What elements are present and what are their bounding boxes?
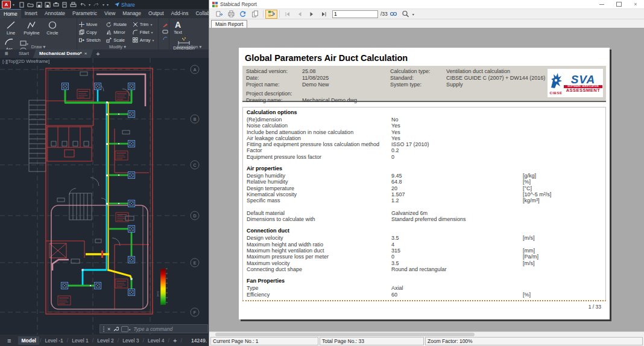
ribbon-tab-view[interactable]: View <box>101 9 119 18</box>
param-unit <box>523 204 602 210</box>
array-icon <box>133 37 138 43</box>
report-viewer[interactable]: Global Parameters Air Duct Calculation S… <box>209 28 644 332</box>
print-report-button[interactable] <box>225 10 237 19</box>
toggle-group-tree-button[interactable] <box>265 10 277 19</box>
svg-text:B: B <box>194 117 197 121</box>
match-properties-icon[interactable] <box>162 22 169 28</box>
save-as-icon[interactable] <box>45 2 51 8</box>
text-tool-button[interactable]: A Text <box>171 19 185 35</box>
trim-tool-button[interactable]: Trim ▾ <box>133 22 156 27</box>
ribbon-tab-annotate[interactable]: Annotate <box>41 9 69 18</box>
toolbar-separator <box>279 10 280 18</box>
ribbon-tab-collaborate[interactable]: Collaborate <box>192 9 209 18</box>
layout-tab-level-1[interactable]: Level -1 <box>42 336 66 345</box>
share-button[interactable]: Share <box>114 2 135 8</box>
param-label: Design velocity <box>247 235 391 241</box>
ribbon-tab-manage[interactable]: Manage <box>119 9 145 18</box>
undo-icon[interactable] <box>79 2 86 8</box>
app-menu-caret-icon[interactable]: ▾ <box>13 2 14 7</box>
layout-tab-level-1[interactable]: Level 1 <box>69 336 91 345</box>
header-row-right: Calculation type:Ventilation duct calcul… <box>390 68 545 75</box>
copy-page-button[interactable] <box>249 10 261 19</box>
command-prompt-icon[interactable]: ▾ <box>121 326 131 332</box>
mirror-tool-button[interactable]: Mirror <box>106 30 129 35</box>
scale-tool-button[interactable]: Scale <box>106 37 129 43</box>
app-logo[interactable]: A <box>2 1 11 8</box>
layout-tab-level-3[interactable]: Level 3 <box>119 336 142 345</box>
horizontal-scrollbar[interactable] <box>209 332 644 336</box>
ribbon-tab-add-ins[interactable]: Add-ins <box>168 9 192 18</box>
param-value: Axial <box>391 285 523 291</box>
move-icon <box>79 22 84 27</box>
redo-icon[interactable] <box>93 2 100 8</box>
rotate-tool-button[interactable]: Rotate <box>106 22 129 27</box>
command-input[interactable]: Type a command <box>133 326 172 332</box>
offset-icon[interactable] <box>162 36 169 41</box>
ribbon-tab-insert[interactable]: Insert <box>21 9 41 18</box>
save-icon[interactable] <box>36 2 42 8</box>
layout-tab-model[interactable]: Model <box>18 336 39 345</box>
header-row-left: Date:11/08/2025 <box>246 75 357 82</box>
new-file-icon[interactable] <box>19 2 25 8</box>
annotation-panel-label[interactable]: Annotation ▾ <box>169 44 209 50</box>
plot-icon[interactable] <box>53 2 59 8</box>
param-unit <box>523 117 602 123</box>
draw-panel-label[interactable]: Draw ▾ <box>0 44 77 50</box>
search-button[interactable] <box>388 10 400 19</box>
page-total-label: /33 <box>380 11 388 17</box>
viewport-controls[interactable]: [-][Top][2D Wireframe] <box>2 59 49 64</box>
line-tool-button[interactable]: Line <box>2 19 20 36</box>
layout-tab-level-2[interactable]: Level 2 <box>94 336 116 345</box>
close-command-icon[interactable]: × <box>107 326 110 332</box>
file-tab-menu-icon[interactable]: ≡ <box>0 50 13 58</box>
param-value <box>391 204 523 210</box>
first-page-button[interactable] <box>282 10 294 19</box>
last-page-button[interactable] <box>318 10 330 19</box>
undo-caret-icon[interactable]: ▾ <box>89 2 90 7</box>
redo-caret-icon[interactable]: ▾ <box>103 2 104 7</box>
stretch-tool-button[interactable]: Stretch <box>79 37 103 43</box>
zoom-caret-icon[interactable]: ▾ <box>412 12 414 16</box>
new-drawing-tab-button[interactable]: + <box>92 50 103 58</box>
fillet-tool-button[interactable]: Fillet ▾ <box>133 30 156 35</box>
zoom-button[interactable] <box>400 10 412 19</box>
close-file-tab-icon[interactable]: × <box>84 51 87 56</box>
tab-main-report[interactable]: Main Report <box>211 20 247 28</box>
ribbon-tab-output[interactable]: Output <box>145 9 168 18</box>
param-value: 0 <box>391 254 523 260</box>
minimize-button[interactable] <box>593 1 610 8</box>
next-page-button[interactable] <box>306 10 318 19</box>
viewport-canvas[interactable]: [-][Top][2D Wireframe] <box>0 58 209 335</box>
ribbon-tab-parametric[interactable]: Parametric <box>69 9 101 18</box>
array-tool-button[interactable]: Array ▾ <box>133 37 156 43</box>
page-number-input[interactable] <box>332 10 378 18</box>
qat-customize-caret-icon[interactable]: ▾ <box>107 2 109 7</box>
print-icon[interactable] <box>70 2 77 8</box>
publish-icon[interactable] <box>62 2 68 8</box>
file-tab-start[interactable]: Start <box>13 50 35 58</box>
command-bar[interactable]: × ▾ Type a command <box>99 324 208 333</box>
close-button[interactable]: × <box>627 1 644 8</box>
wrench-icon[interactable] <box>113 326 119 332</box>
erase-icon[interactable] <box>162 29 169 34</box>
layout-tab-level-4[interactable]: Level 4 <box>145 336 167 345</box>
export-button[interactable] <box>213 10 225 19</box>
layout-menu-icon[interactable]: ≡ <box>0 337 18 344</box>
circle-tool-button[interactable]: Circle <box>43 19 62 36</box>
refresh-button[interactable] <box>237 10 249 19</box>
previous-page-button[interactable] <box>294 10 306 19</box>
header-row-left: Stabicad version:25.08 <box>246 68 357 75</box>
copy-tool-button[interactable]: Copy <box>79 30 103 35</box>
file-tab-mechanical-demo-[interactable]: Mechanical Demo*× <box>33 50 93 58</box>
param-label: Factor <box>247 147 391 153</box>
utility-mini-panel <box>159 18 169 50</box>
drag-handle-icon[interactable] <box>103 326 105 332</box>
new-layout-button[interactable]: + <box>170 337 180 344</box>
ribbon-tab-home[interactable]: Home <box>0 9 21 18</box>
polyline-tool-button[interactable]: Polyline <box>22 19 40 36</box>
maximize-button[interactable] <box>610 1 627 8</box>
modify-panel-label[interactable]: Modify ▾ <box>77 44 158 50</box>
param-value: Round and rectangular <box>391 266 523 272</box>
open-folder-icon[interactable] <box>27 2 34 8</box>
move-tool-button[interactable]: Move <box>79 22 103 27</box>
